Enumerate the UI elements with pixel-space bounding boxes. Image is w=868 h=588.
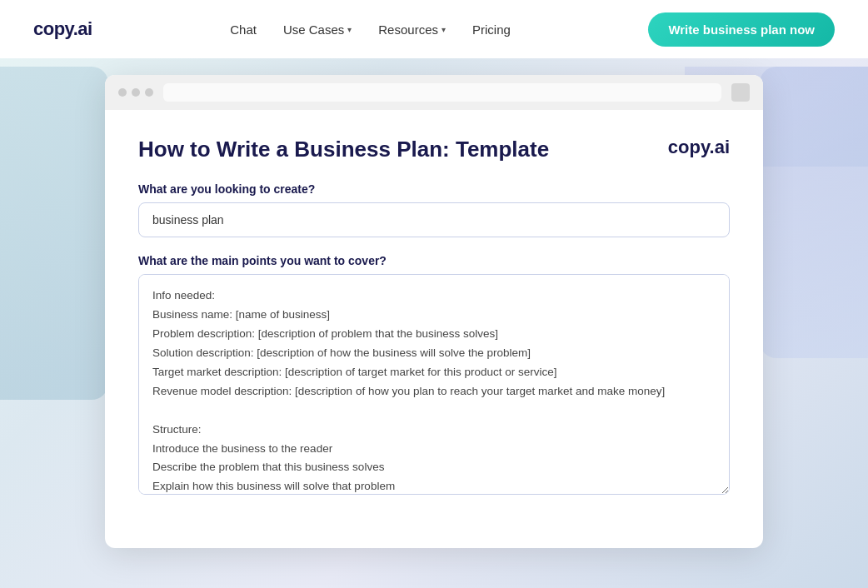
nav-item-resources[interactable]: Resources ▾	[378, 22, 446, 37]
nav-item-chat[interactable]: Chat	[230, 22, 257, 37]
chevron-down-icon: ▾	[441, 25, 446, 34]
main-points-textarea[interactable]	[138, 274, 730, 495]
chevron-down-icon: ▾	[347, 25, 352, 34]
business-plan-input[interactable]	[138, 202, 730, 237]
nav-link-usecases[interactable]: Use Cases ▾	[283, 22, 352, 37]
template-footer: Use this template →	[0, 565, 868, 588]
field2-label: What are the main points you want to cov…	[138, 254, 730, 267]
template-title: How to Write a Business Plan: Template	[138, 137, 549, 162]
nav-item-usecases[interactable]: Use Cases ▾	[283, 22, 352, 37]
nav-link-chat[interactable]: Chat	[230, 22, 257, 37]
template-brand-logo: copy.ai	[668, 137, 730, 158]
nav-link-resources[interactable]: Resources ▾	[378, 22, 446, 37]
logo[interactable]: copy.ai	[33, 18, 92, 40]
browser-dot-3	[145, 88, 153, 97]
browser-card: How to Write a Business Plan: Template c…	[105, 75, 763, 548]
nav-item-pricing[interactable]: Pricing	[472, 22, 511, 37]
field1-label: What are you looking to create?	[138, 182, 730, 196]
browser-address-bar	[163, 83, 721, 102]
nav-link-pricing[interactable]: Pricing	[472, 22, 511, 37]
main-content: How to Write a Business Plan: Template c…	[0, 58, 868, 565]
nav-links: Chat Use Cases ▾ Resources ▾ Pricing	[230, 22, 511, 37]
form-group-what-to-create: What are you looking to create?	[138, 182, 730, 237]
template-body: How to Write a Business Plan: Template c…	[105, 110, 763, 548]
browser-icon	[731, 83, 750, 102]
browser-chrome	[105, 75, 763, 110]
browser-dot-2	[132, 88, 140, 97]
navbar: copy.ai Chat Use Cases ▾ Resources ▾ Pri…	[0, 0, 868, 58]
form-group-main-points: What are the main points you want to cov…	[138, 254, 730, 498]
template-header: How to Write a Business Plan: Template c…	[138, 137, 730, 162]
browser-dot-1	[118, 88, 127, 97]
browser-dots	[118, 88, 153, 97]
write-business-plan-button[interactable]: Write business plan now	[648, 12, 835, 47]
